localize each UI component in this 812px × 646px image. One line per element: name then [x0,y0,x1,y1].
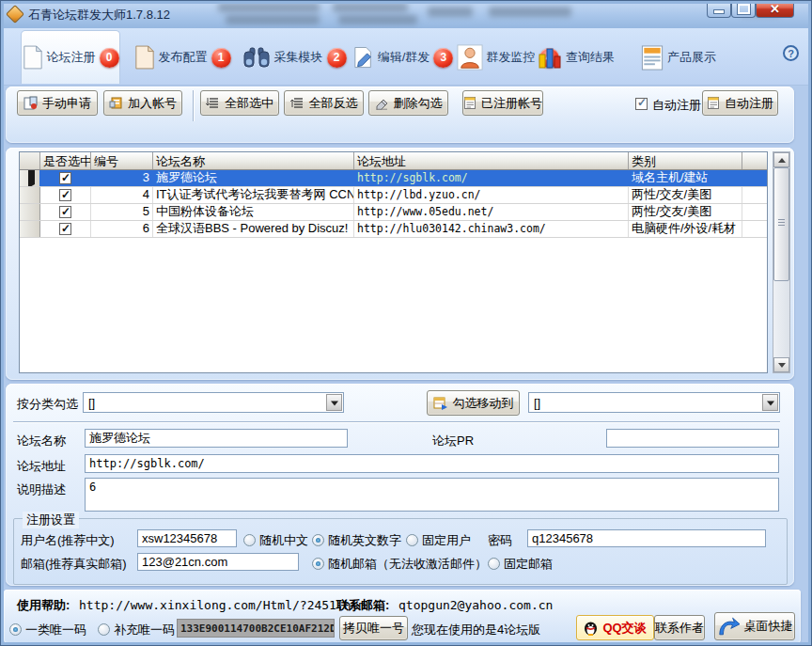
random-english-radio[interactable] [312,534,324,546]
tab-forum-register[interactable]: 论坛注册 0 [21,30,120,84]
email-input[interactable] [137,553,299,571]
row-checkbox[interactable] [59,189,71,201]
row-checkbox[interactable] [59,206,71,218]
tab-publish-config[interactable]: 发布配置 1 [128,36,237,79]
scroll-up-arrow[interactable] [773,152,789,167]
table-row[interactable]: 5 中国粉体设备论坛 http://www.05edu.net/ 两性/交友/美… [20,204,767,221]
row-checkbox[interactable] [59,172,71,184]
auto-register-button[interactable]: 自动注册 [702,90,778,116]
move-target-dropdown[interactable]: [] [528,392,780,413]
random-chinese-radio[interactable] [243,534,256,546]
register-settings-legend: 注册设置 [23,512,79,528]
tab-edit-send[interactable]: 编辑/群发 3 [351,36,455,79]
auto-register-checkbox[interactable] [635,98,648,110]
help-icon[interactable] [783,45,799,61]
move-checked-button[interactable]: 勾选移动到 [427,390,520,416]
forum-url-input[interactable] [85,454,779,473]
minimize-button[interactable] [707,0,731,18]
invert-selection-button[interactable]: 全部反选 [284,90,364,116]
manual-apply-button[interactable]: 手动申请 [17,90,98,116]
header-forum-name[interactable]: 论坛名称 [153,152,354,169]
header-forum-url[interactable]: 论坛地址 [354,152,629,169]
version-text: 您现在使用的是4论坛版 [412,622,540,638]
random-email-radio[interactable] [312,558,324,570]
ledger-icon [109,96,123,110]
row-checkbox-cell[interactable] [40,187,91,203]
random-english-label: 随机英文数字 [328,532,401,549]
divider [13,421,780,423]
header-id[interactable]: 编号 [91,152,153,169]
username-input[interactable] [137,529,237,547]
row-selector-cell[interactable] [20,221,40,237]
cell-forum-url: http://sgblk.com/ [354,170,629,186]
tab-label: 论坛注册 [47,49,96,66]
scroll-down-arrow[interactable] [773,357,789,372]
forum-name-input[interactable] [85,429,348,448]
page-icon [134,45,155,70]
notification-badge: 0 [100,48,119,68]
select-all-button[interactable]: 全部选中 [200,90,279,116]
page-icon [23,45,43,70]
add-account-button[interactable]: 加入帐号 [103,90,182,116]
copy-unique-code-button[interactable]: 拷贝唯一号 [339,616,408,640]
maximize-button[interactable] [731,0,756,18]
auto-register-checkbox-label: 自动注册 [652,97,701,114]
header-row-selector[interactable] [20,152,40,169]
qq-chat-button[interactable]: QQ交谈 [576,615,654,640]
list-page-icon [463,96,476,110]
blurred-watermark [489,7,571,17]
row-selector-cell[interactable] [20,204,40,220]
delete-checked-button[interactable]: 删除勾选 [368,90,448,116]
invert-selection-icon [290,96,304,110]
row-checkbox-cell[interactable] [40,204,91,220]
close-button[interactable] [756,0,794,18]
forum-pr-label: 论坛PR [432,433,474,449]
register-settings-group [13,518,788,585]
chevron-down-icon[interactable] [326,394,342,411]
cell-category: 域名主机/建站 [629,170,742,186]
description-label: 说明描述 [17,481,66,498]
tab-collect-module[interactable]: 采集模块 2 [235,36,353,79]
blurred-watermark [218,3,320,12]
table-row[interactable]: 3 施罗德论坛 http://sgblk.com/ 域名主机/建站 [20,170,767,187]
row-checkbox-cell[interactable] [40,221,91,237]
header-category[interactable]: 类别 [629,152,742,169]
tab-query-results[interactable]: 查询结果 [534,36,618,79]
table-scrollbar[interactable] [773,151,790,373]
tab-product-display[interactable]: 产品展示 [633,36,724,79]
forum-table: 是否选中 编号 论坛名称 论坛地址 类别 3 施罗德论坛 http://sgbl… [19,151,768,373]
header-checked[interactable]: 是否选中 [40,152,91,169]
desktop-shortcut-button[interactable]: 桌面快捷 [714,612,795,640]
contact-author-button[interactable]: 联系作者 [654,615,705,640]
tab-label: 编辑/群发 [378,49,430,66]
fixed-user-radio[interactable] [406,534,418,546]
row-selector-cell[interactable] [20,170,40,186]
toolbar-separator [193,90,195,121]
row-checkbox[interactable] [59,223,71,235]
table-row[interactable]: 4 IT认证考试代考论坛我要替考网 CCNA代考 http://lbd.yzuo… [20,187,767,204]
tab-label: 群发监控 [487,49,536,66]
description-textarea[interactable]: 6 [85,478,779,512]
button-label: 联系作者 [655,620,704,637]
row-checkbox-cell[interactable] [40,170,91,186]
scrollbar-thumb[interactable] [773,167,789,281]
row-selector-cell[interactable] [20,187,40,203]
forum-pr-input[interactable] [606,429,779,448]
fixed-email-radio[interactable] [488,558,500,570]
registered-accounts-button[interactable]: 已注册帐号 [462,90,543,116]
header-filler [742,152,767,169]
button-label: 自动注册 [725,95,773,112]
chevron-down-icon[interactable] [762,394,778,411]
blurred-watermark [333,3,408,12]
password-label: 密码 [488,532,512,549]
table-row[interactable]: 6 全球汉语BBS - Powered by Discuz! http://hl… [20,221,767,238]
password-input[interactable] [527,529,766,547]
unique-code-display: 133E900114700B2CE10AF212DE3 [177,619,335,638]
supplement-unique-code-radio[interactable] [98,623,110,636]
primary-unique-code-label: 一类唯一码 [25,622,86,638]
category-dropdown[interactable]: [] [83,392,344,413]
notification-badge: 3 [433,48,453,68]
primary-unique-code-radio[interactable] [9,623,22,636]
fixed-user-label: 固定用户 [422,532,471,549]
title-bar[interactable]: 石青论坛群发大师1.7.8.12 [0,0,812,28]
